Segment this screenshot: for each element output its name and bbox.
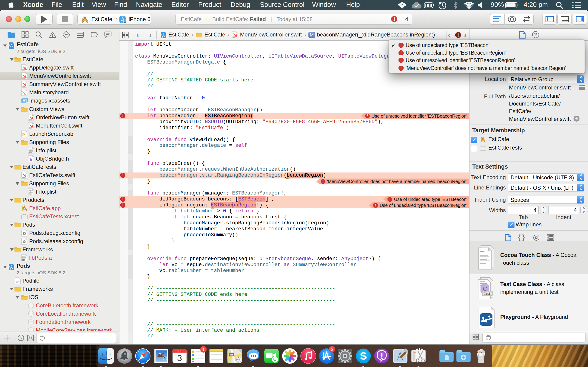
svg-text:Test: Test	[484, 292, 490, 295]
svg-text:3: 3	[177, 353, 182, 363]
svg-text:280: 280	[230, 354, 233, 356]
svg-text:APR: APR	[177, 349, 183, 352]
svg-text:S: S	[360, 350, 367, 362]
svg-text:3D: 3D	[237, 359, 240, 361]
